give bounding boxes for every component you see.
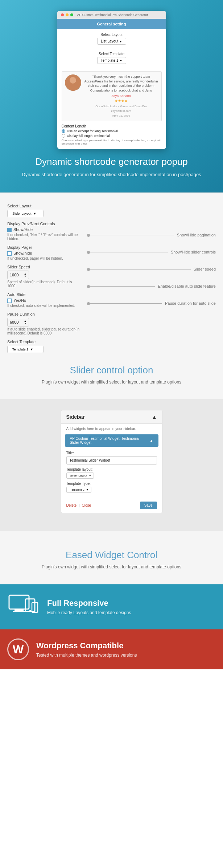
slider-layout-select[interactable]: Slider Layout ▼ [7, 210, 44, 217]
star-rating: ★★★★ [84, 98, 158, 104]
annotation-text-5: Pause duration for auto slide [162, 301, 216, 305]
hero-subtitle: Dynamic shortcode generator in for simpl… [7, 171, 216, 178]
wp-text: Wordpress Compatible Tested with multipl… [36, 641, 137, 658]
svg-rect-4 [9, 595, 29, 609]
svg-rect-6 [13, 611, 25, 612]
slider-template-value: Template 1 [12, 348, 28, 351]
prev-next-label: Display Prev/Next Controls [7, 222, 80, 226]
radio-empty [62, 134, 65, 138]
delete-link[interactable]: Delete [66, 503, 77, 507]
annotation-line-4 [87, 286, 155, 287]
widget-title-input[interactable] [66, 456, 157, 465]
slider-inner: Select Layout Slider Layout ▼ Display Pr… [7, 204, 216, 385]
layout-select[interactable]: List Layout [97, 38, 126, 45]
svg-rect-5 [15, 609, 24, 611]
dot-green [70, 13, 73, 16]
widget-footer: Delete | Close Save [61, 499, 162, 513]
show-hide-label: Show/Hide [13, 227, 33, 232]
slider-speed-input[interactable]: 1000 ▲ ▼ [7, 271, 29, 279]
testimonial-box: "Thank you very much the support team Ac… [62, 71, 162, 121]
pause-duration-group: Pause Duration 6000 ▲ ▼ If auto slide en… [7, 312, 80, 335]
slider-layout-value: Slider Layout [12, 212, 32, 215]
annotation-line-1 [87, 235, 174, 235]
option2-label: Display full length Testimonial [67, 134, 110, 138]
annotation-text-2: Show/Hide slider controls [168, 250, 216, 254]
widget-layout-select[interactable]: Slider Layout ▼ [66, 472, 94, 479]
close-link[interactable]: Close [82, 503, 91, 507]
pager-checkbox[interactable] [7, 251, 12, 256]
prev-next-group: Display Prev/Next Controls Show/Hide If … [7, 222, 80, 241]
annotation-row-1: Show/Hide pagination [87, 233, 216, 237]
testimonial-text: "Thank you very much the support team Ac… [84, 74, 158, 93]
pager-show-hide: Show/hide [13, 251, 32, 255]
responsive-section: Full Responsive Mobile ready Layouts and… [0, 584, 223, 629]
svg-point-8 [29, 610, 31, 611]
widget-layout-label: Template layout: [66, 467, 157, 471]
template-select[interactable]: Template 1 [97, 57, 126, 64]
widget-form: Title: Template layout: Slider Layout ▼ … [61, 449, 162, 499]
pause-duration-label: Pause Duration [7, 312, 80, 316]
hero-section: AP Custom Testimonial Pro Shortcode Gene… [0, 0, 223, 192]
slider-template-select[interactable]: Template 1 ▼ [7, 346, 44, 353]
annotation-text-1: Show/Hide pagination [174, 233, 216, 237]
show-hide-checkbox[interactable] [7, 228, 12, 232]
widget-layout-row: Slider Layout ▼ [66, 472, 157, 479]
auto-slide-checkbox[interactable] [7, 299, 12, 303]
hero-title: Dynamic shortcode generator popup [7, 156, 216, 167]
template-group: Select Template Template 1 [62, 52, 162, 67]
display-pager-label: Display Pager [7, 245, 80, 250]
save-button[interactable]: Save [140, 502, 157, 509]
annotation-line-3 [87, 269, 191, 269]
content-note: Choose content type you would like to di… [62, 139, 162, 145]
popup-body: Select Layout List Layout Select Templat… [57, 29, 166, 149]
wp-title: Wordpress Compatible [36, 641, 137, 650]
widget-layout-value: Slider Layout [70, 474, 87, 477]
slider-speed-note: Speed of slider(in milisecond). Default … [7, 280, 80, 288]
content-length-label: Content Length [62, 124, 162, 128]
responsive-title: Full Responsive [47, 599, 131, 608]
wp-subtitle: Tested with multiple themes and wordpres… [36, 653, 137, 658]
popup-window: AP Custom Testimonial Pro Shortcode Gene… [57, 11, 166, 149]
avatar [65, 74, 81, 91]
auto-slide-note: If checked, auto slide will be implement… [7, 304, 80, 308]
pager-note: If unchecked, pager will be hidden. [7, 256, 80, 260]
slider-section-subtitle: Plugin's own widget with simplified sele… [7, 380, 216, 385]
annotation-row-3: Slider speed [87, 267, 216, 271]
widget-type-label: Template Type: [66, 482, 157, 486]
slider-layout-group: Select Layout Slider Layout ▼ [7, 204, 80, 217]
widget-type-select[interactable]: Template 2 ▼ [66, 487, 91, 493]
wp-section: W Wordpress Compatible Tested with multi… [0, 629, 223, 669]
auto-slide-checkbox-row: Yes/No [7, 298, 80, 303]
widget-subtext: Add widgets here to appear in your sideb… [61, 424, 162, 432]
auto-slide-option: Yes/No [13, 298, 26, 303]
pause-duration-note: If auto slide enabled, slider pause dura… [7, 327, 80, 335]
link-separator: | [79, 503, 80, 507]
plugin-bar-collapse-icon[interactable]: ▲ [150, 439, 153, 443]
widget-plugin-bar: AP Custom Testimonial Widget: Testimonia… [65, 434, 158, 447]
general-setting-label: General setting [97, 22, 126, 26]
layout-value: List Layout [101, 39, 118, 43]
testimonial-content: "Thank you very much the support team Ac… [84, 74, 158, 118]
spinner-arrows: ▲ ▼ [24, 272, 26, 277]
popup-title: AP Custom Testimonial Pro Shortcode Gene… [77, 13, 148, 17]
radio-option-1: Use an excerpt for long Testimonial [62, 129, 162, 133]
annotation-row-2: Show/Hide slider controls [87, 250, 216, 254]
slider-speed-value: 1000 [10, 273, 18, 277]
collapse-icon[interactable]: ▲ [152, 414, 157, 420]
display-pager-group: Display Pager Show/hide If unchecked, pa… [7, 245, 80, 260]
content-length-section: Content Length Use an excerpt for long T… [62, 124, 162, 145]
eased-section: Eased Widget Control Plugin's own widget… [0, 531, 223, 584]
annotation-row-5: Pause duration for auto slide [87, 301, 216, 305]
widget-title-label: Title: [66, 451, 157, 455]
slider-layout-label: Select Layout [7, 204, 80, 208]
author-email: zoya@test.com [84, 109, 158, 113]
slider-speed-group: Slider Speed 1000 ▲ ▼ Speed of slider(in… [7, 265, 80, 288]
annotation-text-4: Enable/disable auto slide feature [155, 284, 216, 288]
svg-rect-7 [25, 599, 35, 612]
slider-controls-layout: Select Layout Slider Layout ▼ Display Pr… [7, 204, 216, 357]
widget-links: Delete | Close [66, 503, 91, 507]
pause-duration-input[interactable]: 6000 ▲ ▼ [7, 318, 29, 326]
dot-red [61, 13, 64, 16]
template-value: Template 1 [101, 58, 119, 62]
plugin-bar-text: AP Custom Testimonial Widget: Testimonia… [70, 437, 150, 445]
